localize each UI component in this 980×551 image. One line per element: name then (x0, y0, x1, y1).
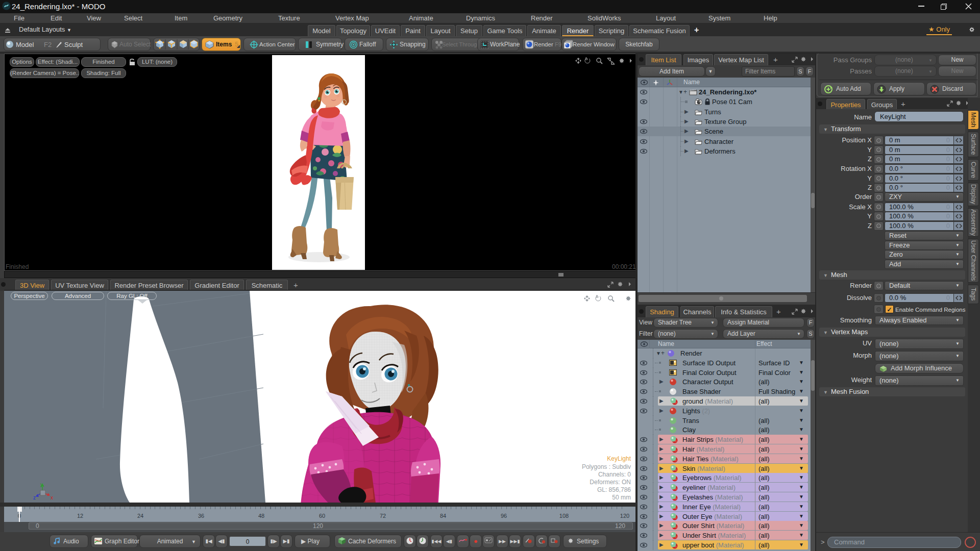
svg-text:x: x (51, 495, 53, 500)
svg-text:y: y (40, 482, 43, 487)
svg-text:z: z (33, 495, 36, 500)
